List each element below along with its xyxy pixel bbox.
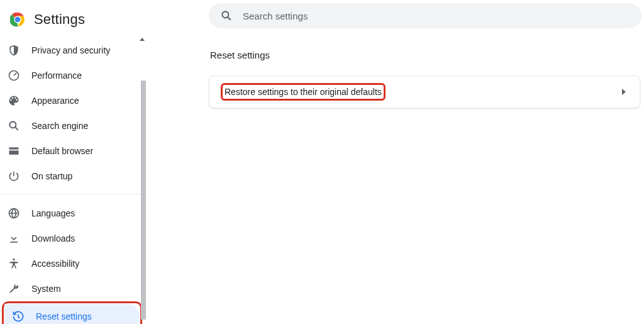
scroll-up-arrow-icon[interactable]	[138, 35, 146, 43]
sidebar-item-system[interactable]: System	[0, 276, 137, 301]
sidebar-item-label: Performance	[31, 70, 82, 81]
search-icon	[220, 9, 233, 22]
sidebar-item-on-startup[interactable]: On startup	[0, 164, 137, 189]
chevron-right-icon	[622, 89, 626, 95]
sidebar-item-downloads[interactable]: Downloads	[0, 226, 137, 251]
sidebar-item-languages[interactable]: Languages	[0, 201, 137, 226]
main-content: Reset settings Restore settings to their…	[146, 0, 644, 324]
wrench-icon	[8, 282, 20, 295]
svg-point-6	[13, 259, 14, 260]
shield-icon	[8, 44, 20, 57]
sidebar: Settings Privacy and security Performanc…	[0, 0, 146, 324]
header: Settings	[0, 0, 146, 36]
sidebar-item-privacy[interactable]: Privacy and security	[0, 38, 137, 63]
sidebar-item-label: Downloads	[31, 233, 75, 243]
download-icon	[8, 232, 20, 245]
chrome-logo-icon	[10, 12, 25, 27]
sidebar-item-label: Privacy and security	[31, 45, 110, 55]
restore-defaults-row[interactable]: Restore settings to their original defau…	[209, 76, 640, 108]
sidebar-divider	[0, 194, 146, 194]
sidebar-item-label: Search engine	[31, 121, 88, 131]
scrollbar-thumb[interactable]	[141, 81, 146, 320]
svg-point-7	[222, 11, 228, 18]
history-icon	[12, 310, 25, 323]
search-input[interactable]	[243, 11, 630, 21]
sidebar-item-reset[interactable]: Reset settings	[4, 304, 140, 324]
sidebar-item-label: On startup	[31, 171, 72, 181]
browser-icon	[8, 145, 20, 157]
sidebar-item-performance[interactable]: Performance	[0, 63, 137, 88]
globe-icon	[8, 207, 20, 220]
sidebar-item-default-browser[interactable]: Default browser	[0, 138, 137, 164]
svg-point-2	[15, 17, 21, 23]
palette-icon	[8, 94, 20, 107]
page-title: Settings	[34, 11, 85, 28]
sidebar-item-label: Reset settings	[36, 311, 92, 321]
highlight-annotation: Reset settings	[2, 301, 142, 324]
sidebar-item-label: Default browser	[31, 146, 93, 156]
sidebar-group-1: Privacy and security Performance Appeara…	[0, 36, 146, 189]
search-bar[interactable]	[209, 3, 641, 28]
sidebar-scrollbar[interactable]	[141, 0, 146, 324]
settings-card: Restore settings to their original defau…	[209, 75, 640, 108]
restore-defaults-label: Restore settings to their original defau…	[225, 87, 382, 97]
sidebar-item-search-engine[interactable]: Search engine	[0, 113, 137, 138]
sidebar-item-accessibility[interactable]: Accessibility	[0, 251, 137, 276]
speedometer-icon	[8, 69, 20, 82]
sidebar-item-label: Accessibility	[31, 259, 79, 269]
svg-point-4	[9, 121, 16, 128]
highlight-annotation: Restore settings to their original defau…	[221, 83, 386, 101]
sidebar-item-label: Appearance	[31, 96, 79, 106]
sidebar-item-label: System	[31, 284, 61, 294]
search-icon	[8, 120, 20, 132]
sidebar-group-2: Languages Downloads Accessibility System	[0, 199, 146, 324]
sidebar-item-label: Languages	[31, 208, 75, 218]
sidebar-item-appearance[interactable]: Appearance	[0, 88, 137, 113]
section-title: Reset settings	[209, 50, 641, 60]
power-icon	[8, 170, 20, 182]
accessibility-icon	[8, 257, 20, 270]
